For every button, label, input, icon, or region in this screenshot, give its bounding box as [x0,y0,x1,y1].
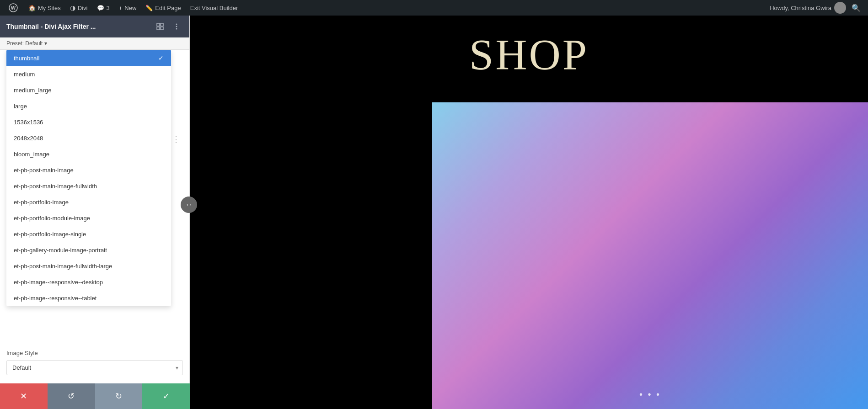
dropdown-item-et-pb-gallery-module-image-portrait[interactable]: et-pb-gallery-module-image-portrait [6,242,171,258]
sidebar-icon-group [154,20,183,33]
more-options-icon[interactable] [170,20,183,33]
dropdown-item-label: et-pb-portfolio-module-image [14,215,90,222]
image-style-label: Image Style [6,350,183,356]
svg-point-6 [176,24,177,25]
dropdown-item-et-pb-post-main-image[interactable]: et-pb-post-main-image [6,162,171,178]
action-bar: ✕ ↺ ↻ ✓ [0,383,190,409]
dropdown-item-label: et-pb-portfolio-image [14,199,69,206]
sidebar-title: Thumbnail - Divi Ajax Filter ... [6,23,96,30]
exit-visual-builder-item[interactable]: Exit Visual Builder [187,0,242,16]
cancel-button[interactable]: ✕ [0,383,48,409]
image-style-section: Image Style Default Circle Rounded ▾ [0,343,189,382]
svg-point-8 [176,28,177,30]
sidebar-panel: Thumbnail - Divi Ajax Filter ... [0,16,190,409]
dropdown-item-medium[interactable]: medium [6,66,171,82]
section-more-icon[interactable]: ⋮ [172,134,180,144]
redo-button[interactable]: ↻ [95,383,143,409]
image-size-dropdown[interactable]: thumbnail✓mediummedium_largelarge1536x15… [6,50,171,306]
dropdown-item-label: et-pb-portfolio-image-single [14,231,86,238]
preset-chevron[interactable]: ▾ [44,40,47,47]
preset-label: Preset: Default [6,40,43,47]
carousel-dots[interactable]: • • • [639,389,661,400]
dropdown-item-thumbnail[interactable]: thumbnail✓ [6,50,171,66]
dropdown-item-et-pb-post-main-image-fullwidth[interactable]: et-pb-post-main-image-fullwidth [6,178,171,194]
dropdown-item-label: et-pb-image--responsive--tablet [14,295,96,302]
user-avatar [834,2,846,14]
shop-title: SHOP [190,16,868,89]
dropdown-item-label: et-pb-image--responsive--desktop [14,279,103,286]
sidebar-header: Thumbnail - Divi Ajax Filter ... [0,16,189,37]
dropdown-item-label: et-pb-post-main-image [14,167,74,174]
dropdown-item-label: et-pb-post-main-image-fullwidth-large [14,263,112,270]
dropdown-item-et-pb-post-main-image-fullwidth-large[interactable]: et-pb-post-main-image-fullwidth-large [6,258,171,274]
dropdown-item-large[interactable]: large [6,98,171,114]
divi-icon: ◑ [70,4,75,11]
dropdown-item-label: 2048x2048 [14,135,43,142]
comment-icon: 💬 [97,5,104,11]
dropdown-item-label: medium_large [14,87,51,94]
svg-text:W: W [11,5,16,11]
svg-rect-5 [161,27,163,30]
admin-bar-right: Howdy, Christina Gwira 🔍 [770,2,864,14]
confirm-button[interactable]: ✓ [142,383,190,409]
dropdown-item-et-pb-portfolio-module-image[interactable]: et-pb-portfolio-module-image [6,210,171,226]
svg-rect-3 [161,23,163,26]
undo-button[interactable]: ↺ [48,383,95,409]
plus-icon: + [119,5,123,11]
comments-item[interactable]: 💬 3 [93,0,113,16]
edit-page-item[interactable]: ✏️ Edit Page [142,0,184,16]
svg-rect-4 [157,27,160,30]
dropdown-item-et-pb-image--responsive--tablet[interactable]: et-pb-image--responsive--tablet [6,290,171,306]
dropdown-item-label: bloom_image [14,151,49,158]
dropdown-item-et-pb-image--responsive--desktop[interactable]: et-pb-image--responsive--desktop [6,274,171,290]
wordpress-icon: W [7,2,19,14]
hero-image: • • • [432,102,868,409]
dropdown-item-label: et-pb-gallery-module-image-portrait [14,247,107,254]
dropdown-item-medium_large[interactable]: medium_large [6,82,171,98]
content-area: SHOP • • • [190,16,868,409]
divi-item[interactable]: ◑ Divi [66,0,91,16]
dropdown-item-1536x1536[interactable]: 1536x1536 [6,114,171,130]
my-sites-item[interactable]: 🏠 My Sites [25,0,64,16]
expand-icon[interactable] [154,20,166,33]
dropdown-item-label: medium [14,71,35,78]
dropdown-item-bloom_image[interactable]: bloom_image [6,146,171,162]
dropdown-item-et-pb-portfolio-image[interactable]: et-pb-portfolio-image [6,194,171,210]
svg-rect-2 [157,23,160,26]
edit-icon: ✏️ [145,5,153,11]
check-icon: ✓ [158,54,164,62]
search-icon[interactable]: 🔍 [848,4,864,12]
dropdown-item-label: et-pb-post-main-image-fullwidth [14,183,97,190]
user-greeting[interactable]: Howdy, Christina Gwira [770,2,846,14]
dropdown-item-label: 1536x1536 [14,119,43,126]
wp-logo[interactable]: W [4,0,23,16]
admin-bar: W 🏠 My Sites ◑ Divi 💬 3 + New ✏️ Edit Pa… [0,0,868,16]
dropdown-item-label: thumbnail [14,55,39,62]
home-icon: 🏠 [28,5,36,11]
new-item[interactable]: + New [115,0,140,16]
svg-point-7 [176,26,177,27]
main-layout: Thumbnail - Divi Ajax Filter ... [0,16,868,409]
image-style-select[interactable]: Default Circle Rounded [6,360,183,375]
preset-bar: Preset: Default ▾ [0,37,189,50]
dropdown-item-label: large [14,103,27,110]
dropdown-item-et-pb-portfolio-image-single[interactable]: et-pb-portfolio-image-single [6,226,171,242]
resize-handle[interactable]: ↔ [181,197,197,213]
image-style-select-wrapper: Default Circle Rounded ▾ [6,360,183,375]
dropdown-item-2048x2048[interactable]: 2048x2048 [6,130,171,146]
